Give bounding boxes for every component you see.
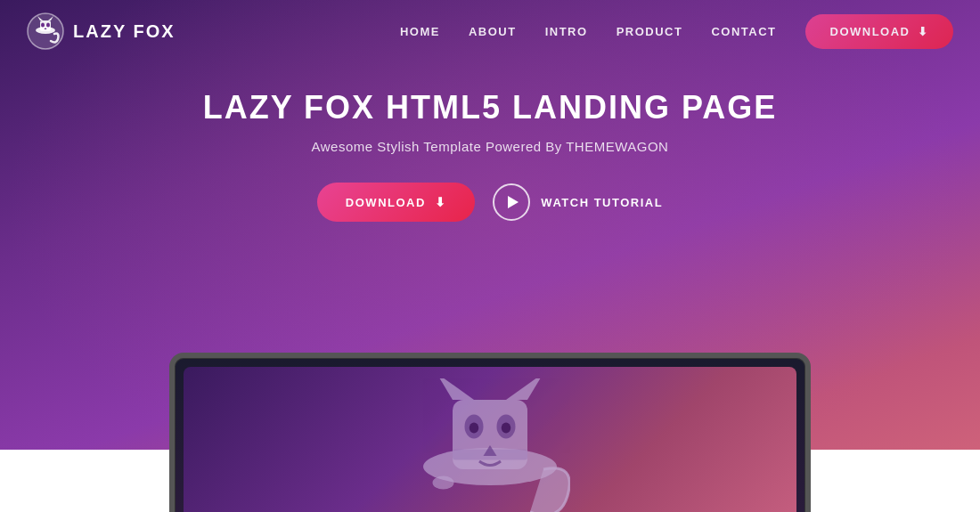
svg-point-18: [433, 475, 454, 489]
laptop-screen-inner: [184, 367, 796, 512]
nav-item-home[interactable]: HOME: [400, 23, 440, 39]
laptop: [169, 353, 811, 512]
nav-item-product[interactable]: PRODUCT: [617, 23, 683, 39]
logo-text: LAZY FOX: [73, 21, 176, 42]
svg-marker-17: [506, 378, 543, 400]
play-triangle-icon: [508, 196, 519, 208]
nav-item-intro[interactable]: INTRO: [545, 23, 588, 39]
svg-marker-16: [437, 378, 474, 400]
nav-links: HOME ABOUT INTRO PRODUCT CONTACT DOWNLOA…: [400, 14, 953, 49]
laptop-screen-outer: [169, 353, 811, 512]
screen-fox-logo: [410, 378, 570, 513]
hero-buttons: DOWNLOAD ⬇ WATCH TUTORIAL: [317, 183, 663, 222]
laptop-mockup: [169, 353, 811, 512]
download-arrow-icon: ⬇: [435, 195, 447, 209]
hero-subtitle: Awesome Stylish Template Powered By THEM…: [312, 139, 669, 154]
svg-point-13: [470, 422, 479, 433]
nav-item-about[interactable]: ABOUT: [469, 23, 517, 39]
download-icon: ⬇: [918, 25, 929, 38]
navbar: LAZY FOX HOME ABOUT INTRO PRODUCT CONTAC…: [0, 0, 980, 62]
svg-point-3: [41, 23, 45, 28]
hero-download-button[interactable]: DOWNLOAD ⬇: [317, 183, 476, 222]
logo-area: LAZY FOX: [27, 12, 176, 50]
nav-item-contact[interactable]: CONTACT: [711, 23, 776, 39]
svg-point-4: [46, 23, 50, 28]
watch-tutorial-button[interactable]: WATCH TUTORIAL: [493, 183, 663, 221]
logo-icon: [27, 12, 64, 50]
nav-download-item[interactable]: DOWNLOAD ⬇: [805, 14, 954, 49]
play-circle-icon: [493, 183, 530, 221]
svg-point-14: [502, 422, 511, 433]
hero-title: LAZY FOX HTML5 LANDING PAGE: [203, 89, 778, 126]
nav-download-button[interactable]: DOWNLOAD ⬇: [805, 14, 954, 49]
hero-section: LAZY FOX HOME ABOUT INTRO PRODUCT CONTAC…: [0, 0, 980, 512]
